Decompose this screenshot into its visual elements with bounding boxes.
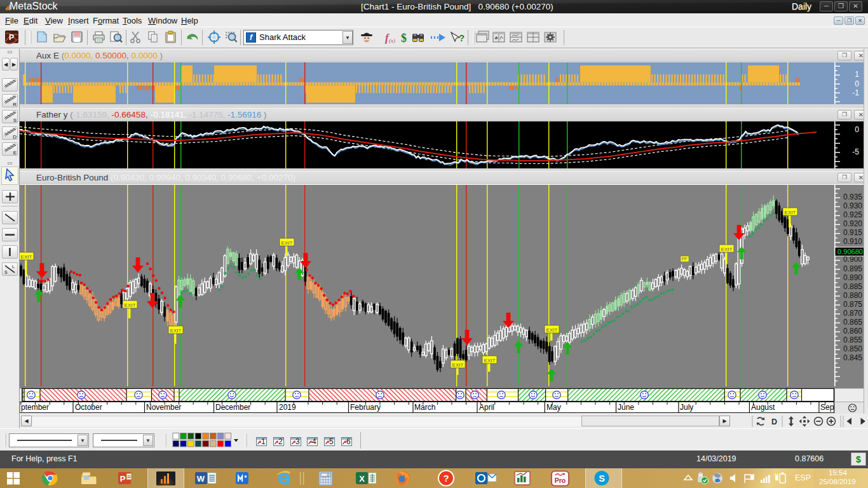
svg-text:W: W xyxy=(197,474,205,484)
svg-text:ptember: ptember xyxy=(21,403,49,412)
svg-text:0.880: 0.880 xyxy=(843,291,862,300)
svg-text:May: May xyxy=(546,403,561,412)
svg-text:0.855: 0.855 xyxy=(843,336,862,344)
svg-text:(x): (x) xyxy=(389,37,395,44)
svg-text:0.875: 0.875 xyxy=(843,300,862,309)
svg-text:October: October xyxy=(75,403,102,412)
svg-text:S: S xyxy=(599,473,605,484)
svg-text:0.860: 0.860 xyxy=(843,327,862,336)
svg-text:L: L xyxy=(12,264,15,269)
svg-text:0.885: 0.885 xyxy=(843,282,862,291)
svg-text:1: 1 xyxy=(855,70,859,79)
svg-text:X: X xyxy=(359,474,365,484)
svg-text:0.920: 0.920 xyxy=(843,219,862,228)
svg-text:D: D xyxy=(771,417,777,426)
svg-text:EXIT: EXIT xyxy=(452,362,464,368)
svg-text:$: $ xyxy=(401,32,407,44)
svg-text:EXIT: EXIT xyxy=(546,327,558,333)
svg-text:P: P xyxy=(9,33,14,42)
svg-text:April: April xyxy=(479,403,494,412)
svg-text:March: March xyxy=(414,403,435,412)
svg-text:July: July xyxy=(680,403,693,412)
svg-text:EXIT: EXIT xyxy=(281,240,293,246)
svg-text:0: 0 xyxy=(855,79,859,88)
svg-text:0.890: 0.890 xyxy=(843,273,862,282)
svg-text:Pro: Pro xyxy=(555,477,566,484)
svg-text:PP: PP xyxy=(682,257,688,261)
svg-text:0.915: 0.915 xyxy=(843,228,862,237)
svg-text:November: November xyxy=(146,403,181,412)
svg-text:0.895: 0.895 xyxy=(843,264,862,273)
svg-text:?: ? xyxy=(443,473,449,484)
svg-text:EXIT: EXIT xyxy=(484,358,496,363)
svg-text:EXIT: EXIT xyxy=(785,210,796,215)
svg-text:0.850: 0.850 xyxy=(843,344,862,353)
svg-text:EXIT: EXIT xyxy=(170,328,182,334)
svg-text:February: February xyxy=(350,403,381,412)
svg-text:0: 0 xyxy=(855,125,859,134)
svg-text:0.865: 0.865 xyxy=(843,318,862,327)
svg-text:?: ? xyxy=(459,32,465,43)
svg-text:EXIT: EXIT xyxy=(21,254,32,260)
svg-text:June: June xyxy=(618,403,634,412)
svg-text:2019: 2019 xyxy=(279,403,296,412)
svg-text:0.930: 0.930 xyxy=(843,201,862,210)
svg-text:-5: -5 xyxy=(852,147,859,156)
svg-text:August: August xyxy=(751,403,775,412)
svg-text:-1: -1 xyxy=(852,88,859,97)
svg-text:EXIT: EXIT xyxy=(721,247,733,252)
svg-text:0.90680: 0.90680 xyxy=(837,248,863,255)
svg-text:0.910: 0.910 xyxy=(843,237,862,246)
svg-text:December: December xyxy=(215,403,250,412)
svg-text:0.870: 0.870 xyxy=(843,309,862,318)
svg-text:P: P xyxy=(120,474,126,484)
svg-text:S: S xyxy=(4,270,8,274)
svg-text:0.925: 0.925 xyxy=(843,210,862,219)
svg-text:EXIT: EXIT xyxy=(125,302,136,308)
svg-text:0.845: 0.845 xyxy=(843,353,862,362)
svg-text:0.935: 0.935 xyxy=(843,193,862,201)
svg-text:Sept: Sept xyxy=(820,403,836,412)
